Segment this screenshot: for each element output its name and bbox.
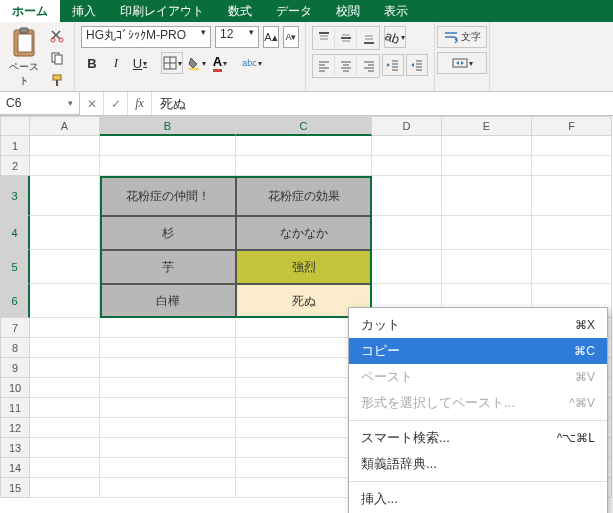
italic-button[interactable]: I	[105, 52, 127, 74]
cell[interactable]	[30, 418, 100, 438]
cell[interactable]	[236, 136, 372, 156]
border-button[interactable]: ▾	[161, 52, 183, 74]
cell[interactable]	[372, 136, 442, 156]
cell[interactable]: 花粉症の仲間！	[100, 176, 236, 216]
cell[interactable]	[100, 136, 236, 156]
tab-home[interactable]: ホーム	[0, 0, 60, 22]
cell[interactable]	[30, 136, 100, 156]
bold-button[interactable]: B	[81, 52, 103, 74]
cell[interactable]: 強烈	[236, 250, 372, 284]
name-box[interactable]: C6 ▾	[0, 92, 80, 115]
cell[interactable]	[30, 156, 100, 176]
cell[interactable]	[442, 156, 532, 176]
cell[interactable]	[30, 378, 100, 398]
cell[interactable]	[30, 338, 100, 358]
cell[interactable]	[30, 318, 100, 338]
format-painter-button[interactable]	[46, 70, 68, 90]
font-name-select[interactable]: HG丸ｺﾞｼｯｸM-PRO▾	[81, 26, 211, 48]
cell[interactable]	[100, 156, 236, 176]
cell[interactable]	[30, 458, 100, 478]
cell[interactable]	[100, 318, 236, 338]
row-header[interactable]: 3	[0, 176, 30, 216]
ctx-thesaurus[interactable]: 類義語辞典...	[349, 451, 607, 477]
cell[interactable]: なかなか	[236, 216, 372, 250]
cell[interactable]	[372, 176, 442, 216]
font-color-button[interactable]: A ▾	[209, 52, 231, 74]
cell[interactable]	[100, 418, 236, 438]
col-header[interactable]: A	[30, 116, 100, 136]
tab-formulas[interactable]: 数式	[216, 0, 264, 22]
cell[interactable]	[100, 358, 236, 378]
cell[interactable]	[30, 438, 100, 458]
formula-input[interactable]: 死ぬ	[152, 95, 613, 113]
cell[interactable]	[372, 156, 442, 176]
cell[interactable]	[532, 250, 612, 284]
cell[interactable]	[532, 156, 612, 176]
merge-button[interactable]: ▾	[437, 52, 487, 74]
wrap-text-button[interactable]: 文字	[437, 26, 487, 48]
select-all-corner[interactable]	[0, 116, 30, 136]
ctx-smart-lookup[interactable]: スマート検索...^⌥⌘L	[349, 425, 607, 451]
cell[interactable]	[30, 358, 100, 378]
decrease-font-button[interactable]: A▾	[283, 26, 299, 48]
decrease-indent-button[interactable]	[382, 54, 404, 76]
cell[interactable]: 白樺	[100, 284, 236, 318]
row-header[interactable]: 11	[0, 398, 30, 418]
cell[interactable]	[532, 216, 612, 250]
row-header[interactable]: 7	[0, 318, 30, 338]
tab-insert[interactable]: 挿入	[60, 0, 108, 22]
increase-font-button[interactable]: A▴	[263, 26, 279, 48]
row-header[interactable]: 9	[0, 358, 30, 378]
row-header[interactable]: 5	[0, 250, 30, 284]
cancel-formula-button[interactable]: ✕	[80, 92, 104, 115]
align-top-button[interactable]	[313, 27, 335, 49]
cell[interactable]	[532, 176, 612, 216]
copy-button[interactable]	[46, 48, 68, 68]
col-header[interactable]: E	[442, 116, 532, 136]
cell[interactable]	[30, 250, 100, 284]
paste-button[interactable]: ペースト	[6, 26, 42, 90]
cell[interactable]	[100, 338, 236, 358]
align-center-button[interactable]	[335, 55, 357, 77]
fx-button[interactable]: fx	[128, 92, 152, 115]
cell[interactable]	[100, 438, 236, 458]
cell[interactable]	[30, 284, 100, 318]
cell[interactable]	[30, 478, 100, 498]
accept-formula-button[interactable]: ✓	[104, 92, 128, 115]
cell[interactable]	[30, 176, 100, 216]
cell[interactable]	[100, 478, 236, 498]
row-header[interactable]: 2	[0, 156, 30, 176]
row-header[interactable]: 10	[0, 378, 30, 398]
cell[interactable]	[30, 216, 100, 250]
ctx-copy[interactable]: コピー⌘C	[349, 338, 607, 364]
col-header[interactable]: B	[100, 116, 236, 136]
col-header[interactable]: F	[532, 116, 612, 136]
row-header[interactable]: 14	[0, 458, 30, 478]
cell[interactable]	[532, 136, 612, 156]
tab-layout[interactable]: 印刷レイアウト	[108, 0, 216, 22]
underline-button[interactable]: U▾	[129, 52, 151, 74]
cell[interactable]: 花粉症の効果	[236, 176, 372, 216]
row-header[interactable]: 13	[0, 438, 30, 458]
cell[interactable]: 芋	[100, 250, 236, 284]
orientation-button[interactable]: ab▾	[384, 26, 406, 48]
row-header[interactable]: 1	[0, 136, 30, 156]
ctx-cut[interactable]: カット⌘X	[349, 312, 607, 338]
cell[interactable]	[100, 378, 236, 398]
tab-data[interactable]: データ	[264, 0, 324, 22]
align-right-button[interactable]	[357, 55, 379, 77]
font-size-select[interactable]: 12▾	[215, 26, 259, 48]
tab-view[interactable]: 表示	[372, 0, 420, 22]
increase-indent-button[interactable]	[406, 54, 428, 76]
cell[interactable]	[372, 216, 442, 250]
cell[interactable]	[442, 250, 532, 284]
cell[interactable]	[100, 398, 236, 418]
cell[interactable]: 杉	[100, 216, 236, 250]
row-header[interactable]: 4	[0, 216, 30, 250]
cell[interactable]	[30, 398, 100, 418]
col-header[interactable]: D	[372, 116, 442, 136]
row-header[interactable]: 15	[0, 478, 30, 498]
phonetic-button[interactable]: abc ▾	[241, 52, 263, 74]
cell[interactable]	[236, 156, 372, 176]
cell[interactable]	[100, 458, 236, 478]
